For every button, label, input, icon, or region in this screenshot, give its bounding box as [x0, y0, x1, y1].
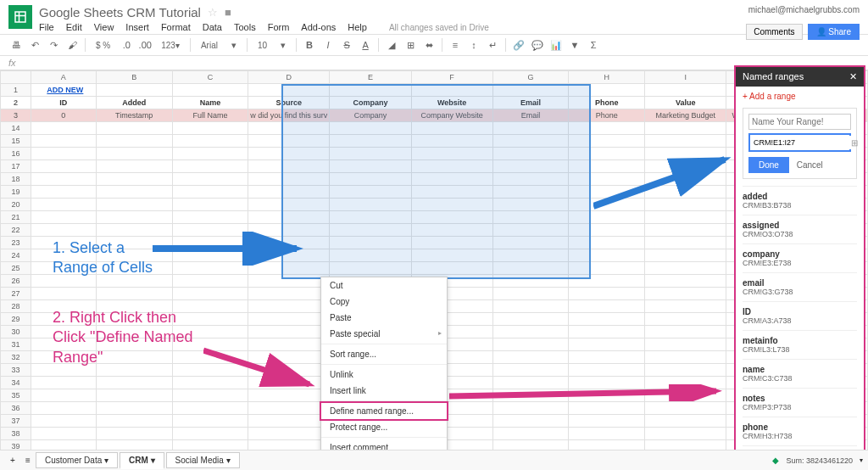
col-header[interactable]: D — [248, 71, 330, 84]
text-color-icon[interactable]: A — [358, 37, 373, 53]
cell[interactable] — [96, 389, 172, 402]
cell[interactable] — [569, 135, 645, 148]
cell[interactable] — [248, 313, 330, 326]
cell[interactable] — [492, 249, 569, 262]
cell[interactable] — [569, 224, 645, 237]
add-new-link[interactable]: ADD NEW — [31, 84, 96, 97]
cell[interactable] — [492, 262, 569, 275]
close-icon[interactable]: ✕ — [849, 71, 857, 82]
cell[interactable] — [492, 351, 569, 364]
cell[interactable] — [31, 186, 96, 199]
corner-cell[interactable] — [1, 71, 31, 84]
menu-tools[interactable]: Tools — [234, 22, 256, 32]
cell[interactable] — [569, 262, 645, 275]
cell[interactable] — [492, 326, 569, 339]
menu-data[interactable]: Data — [203, 22, 222, 32]
valign-icon[interactable]: ↕ — [466, 37, 481, 53]
cell[interactable] — [248, 160, 330, 173]
cell[interactable] — [645, 402, 726, 415]
cell[interactable] — [96, 428, 172, 440]
col-header[interactable]: F — [411, 71, 492, 84]
cell[interactable] — [645, 122, 726, 135]
done-button[interactable]: Done — [748, 157, 789, 173]
cell[interactable] — [645, 224, 726, 237]
cell[interactable] — [492, 160, 569, 173]
cell[interactable] — [172, 186, 248, 199]
cell[interactable] — [492, 237, 569, 249]
cell[interactable] — [248, 428, 330, 440]
context-menu-item[interactable]: Cut — [321, 277, 447, 294]
cell[interactable] — [492, 173, 569, 186]
cell[interactable] — [31, 402, 96, 415]
cell[interactable] — [569, 351, 645, 364]
chevron-down-icon[interactable]: ▾ — [275, 37, 291, 53]
cell[interactable] — [569, 339, 645, 351]
col-header[interactable]: C — [172, 71, 248, 84]
cell[interactable] — [492, 364, 569, 377]
cell[interactable] — [96, 160, 172, 173]
cell[interactable] — [569, 313, 645, 326]
cell[interactable] — [411, 173, 492, 186]
menu-addons[interactable]: Add-ons — [301, 22, 336, 32]
cell[interactable] — [645, 428, 726, 440]
cell[interactable] — [172, 160, 248, 173]
paint-icon[interactable]: 🖌 — [64, 37, 80, 53]
strike-icon[interactable]: S — [339, 37, 354, 53]
cell[interactable] — [411, 199, 492, 211]
cell[interactable] — [411, 135, 492, 148]
col-header[interactable]: E — [330, 71, 411, 84]
bold-icon[interactable]: B — [302, 37, 317, 53]
cell[interactable] — [492, 288, 569, 300]
cell[interactable] — [248, 135, 330, 148]
cell[interactable] — [645, 135, 726, 148]
cell[interactable] — [248, 148, 330, 160]
cell[interactable] — [411, 237, 492, 249]
merge-icon[interactable]: ⬌ — [421, 37, 437, 53]
cell[interactable] — [569, 364, 645, 377]
cell[interactable] — [569, 237, 645, 249]
link-icon[interactable]: 🔗 — [511, 37, 526, 53]
cell[interactable] — [96, 173, 172, 186]
cell[interactable] — [330, 135, 411, 148]
menu-form[interactable]: Form — [268, 22, 290, 32]
cell[interactable] — [96, 186, 172, 199]
cell[interactable] — [330, 160, 411, 173]
cell[interactable] — [492, 148, 569, 160]
col-header[interactable]: I — [645, 71, 726, 84]
cell[interactable] — [31, 173, 96, 186]
cell[interactable] — [330, 237, 411, 249]
sheet-tab[interactable]: Customer Data ▾ — [36, 452, 118, 468]
named-range-item[interactable]: metainfoCRM!L3:L738 — [743, 330, 857, 359]
user-email[interactable]: michael@michaelgrubbs.com — [748, 5, 860, 14]
menu-insert[interactable]: Insert — [125, 22, 149, 32]
cell[interactable] — [31, 211, 96, 224]
named-range-item[interactable]: companyCRM!E3:E738 — [743, 243, 857, 272]
cell[interactable] — [172, 199, 248, 211]
named-range-item[interactable]: addedCRM!B3:B738 — [743, 186, 857, 215]
font-size[interactable]: 10 — [253, 41, 272, 50]
cell[interactable] — [569, 249, 645, 262]
cell[interactable] — [330, 148, 411, 160]
menu-view[interactable]: View — [94, 22, 114, 32]
menu-help[interactable]: Help — [348, 22, 367, 32]
cell[interactable] — [96, 135, 172, 148]
cell[interactable] — [569, 326, 645, 339]
cell[interactable] — [248, 288, 330, 300]
sheet-tab[interactable]: CRM ▾ — [120, 452, 164, 469]
menu-file[interactable]: File — [39, 22, 54, 32]
cell[interactable] — [645, 288, 726, 300]
cell[interactable] — [645, 313, 726, 326]
cell[interactable] — [645, 237, 726, 249]
column-header[interactable]: Company — [330, 97, 411, 109]
cell[interactable]: 0 — [31, 109, 96, 122]
range-ref-input[interactable] — [751, 136, 851, 149]
cancel-button[interactable]: Cancel — [797, 160, 823, 170]
cell[interactable] — [645, 262, 726, 275]
context-menu-item[interactable]: Unlink — [321, 366, 447, 383]
column-header[interactable]: Phone — [569, 97, 645, 109]
named-range-item[interactable]: notesCRM!P3:P738 — [743, 388, 857, 417]
cell[interactable] — [492, 135, 569, 148]
cell[interactable] — [411, 211, 492, 224]
cell[interactable] — [645, 249, 726, 262]
comment-icon[interactable]: 💬 — [530, 37, 545, 53]
